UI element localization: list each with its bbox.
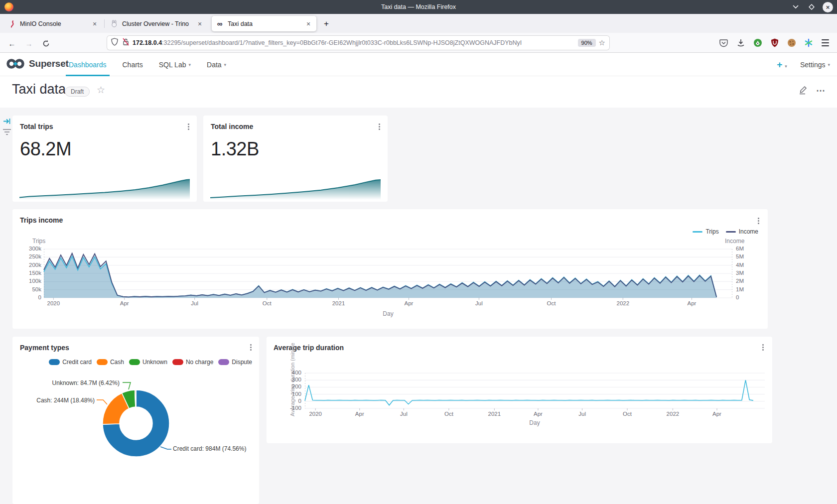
y-tick-label: 400 — [279, 370, 301, 376]
y-tick-label: 0 — [736, 294, 758, 300]
tab-close-icon[interactable]: × — [304, 20, 312, 28]
nav-item-data[interactable]: Data▾ — [199, 53, 234, 76]
chart-legend[interactable]: Credit cardCashUnknownNo chargeDispute — [49, 359, 252, 366]
window-titlebar: Taxi data — Mozilla Firefox × — [0, 0, 837, 14]
reload-icon[interactable] — [40, 37, 52, 49]
trino-favicon — [110, 20, 118, 28]
chart-card-avg-trip-duration[interactable]: Average trip duration Average trinp dura… — [267, 337, 772, 443]
big-number-value: 68.2M — [20, 138, 71, 160]
chart-card-payment-types[interactable]: Payment types Credit cardCashUnknownNo c… — [12, 337, 259, 504]
x-tick-label: Jul — [578, 411, 586, 417]
nav-item-dashboards[interactable]: Dashboards — [61, 53, 115, 76]
big-number-value: 1.32B — [211, 138, 259, 160]
legend-color-chip — [97, 359, 108, 365]
pocket-icon[interactable] — [719, 38, 728, 48]
tab-close-icon[interactable]: × — [91, 20, 99, 28]
more-vertical-icon[interactable] — [249, 343, 253, 352]
url-bar[interactable]: 172.18.0.4:32295/superset/dashboard/1/?n… — [107, 36, 609, 50]
payment-types-donut-chart[interactable] — [12, 370, 259, 489]
expand-filter-bar-icon[interactable] — [3, 118, 11, 127]
x-tick-label: 2020 — [309, 411, 322, 417]
avg-trip-duration-chart[interactable] — [305, 369, 765, 408]
x-tick-label: Apr — [688, 300, 697, 306]
draft-badge: Draft — [65, 87, 90, 97]
y-tick-label: 300 — [279, 377, 301, 382]
superset-logo[interactable]: Superset — [6, 58, 69, 70]
legend-color-chip — [218, 359, 229, 365]
x-tick-label: Jul — [191, 300, 198, 306]
sparkline-chart[interactable] — [19, 176, 190, 200]
back-icon[interactable]: ← — [6, 37, 18, 49]
chevron-down-icon: ▾ — [785, 64, 787, 69]
x-tick-label: Apr — [534, 411, 543, 417]
x-axis-title: Day — [383, 310, 393, 317]
more-vertical-icon[interactable] — [756, 216, 761, 226]
chart-legend[interactable]: TripsIncome — [693, 228, 758, 235]
new-item-button[interactable]: +▾ — [777, 59, 787, 70]
window-close-icon[interactable]: × — [823, 2, 833, 12]
nav-label: Charts — [123, 61, 143, 69]
bookmark-star-icon[interactable]: ☆ — [599, 38, 605, 47]
legend-item[interactable]: Trips — [693, 228, 718, 235]
chart-card-total-trips[interactable]: Total trips 68.2M — [12, 116, 197, 202]
y-tick-label: 150k — [19, 270, 41, 276]
y-tick-label: 5M — [736, 253, 758, 259]
chevron-down-icon: ▾ — [188, 62, 191, 67]
window-maximize-icon[interactable] — [807, 2, 817, 12]
url-text[interactable]: 172.18.0.4:32295/superset/dashboard/1/?n… — [133, 39, 575, 46]
menu-icon[interactable] — [821, 38, 830, 48]
legend-item[interactable]: Unknown — [129, 359, 167, 366]
more-vertical-icon[interactable] — [761, 343, 765, 352]
insecure-lock-icon[interactable] — [122, 38, 130, 48]
legend-item[interactable]: No charge — [172, 359, 213, 366]
y-tick-label: 100 — [279, 391, 301, 397]
trips-income-chart[interactable] — [44, 249, 732, 298]
privacy-badger-icon[interactable] — [753, 38, 762, 48]
sparkline-chart[interactable] — [210, 176, 381, 200]
chart-card-total-income[interactable]: Total income 1.32B — [203, 116, 388, 202]
filter-icon[interactable] — [2, 128, 11, 137]
nav-item-charts[interactable]: Charts — [115, 53, 151, 76]
chart-card-trips-income[interactable]: Trips income TripsIncome Trips Income Da… — [12, 209, 768, 329]
tab-close-icon[interactable]: × — [196, 20, 204, 28]
tab-label: Cluster Overview - Trino — [122, 20, 191, 27]
x-tick-label: Apr — [120, 300, 129, 306]
y-axis-title-right: Income — [725, 238, 744, 245]
tab-taxi-data-active[interactable]: ∞ Taxi data × — [212, 16, 316, 31]
chart-title: Trips income — [20, 216, 63, 224]
zoom-level-badge[interactable]: 90% — [578, 39, 596, 47]
legend-color-chip — [49, 359, 60, 365]
legend-item[interactable]: Credit card — [49, 359, 92, 366]
y-tick-label: 200 — [279, 383, 301, 389]
cookie-icon[interactable] — [787, 38, 796, 48]
y-tick-label: 2M — [736, 278, 758, 284]
new-tab-button[interactable]: + — [320, 18, 332, 30]
legend-item[interactable]: Cash — [97, 359, 124, 366]
tab-minio-console[interactable]: MinIO Console × — [4, 16, 103, 31]
window-minimize-icon[interactable] — [791, 2, 801, 12]
forward-icon[interactable]: → — [23, 37, 35, 49]
download-icon[interactable] — [736, 38, 745, 48]
window-title: Taxi data — Mozilla Firefox — [0, 3, 837, 10]
multi-account-asterisk-icon[interactable] — [804, 38, 813, 48]
nav-item-sql-lab[interactable]: SQL Lab▾ — [151, 53, 199, 76]
favorite-star-icon[interactable]: ☆ — [97, 84, 105, 96]
edit-icon[interactable] — [798, 84, 808, 97]
ublock-icon[interactable] — [770, 38, 779, 48]
legend-label: Trips — [705, 228, 718, 235]
shield-icon[interactable] — [111, 38, 118, 48]
y-tick-label: 100k — [19, 278, 41, 284]
legend-item[interactable]: Income — [726, 228, 758, 235]
settings-menu[interactable]: Settings▾ — [800, 53, 830, 76]
y-tick-label: 200k — [19, 262, 41, 268]
more-vertical-icon[interactable] — [377, 122, 382, 131]
url-path: :32295/superset/dashboard/1/?native_filt… — [162, 39, 522, 46]
nav-label: SQL Lab — [159, 61, 186, 69]
y-tick-label: 50k — [19, 286, 41, 292]
legend-item[interactable]: Dispute — [218, 359, 252, 366]
legend-line-swatch — [693, 231, 702, 233]
more-vertical-icon[interactable] — [186, 122, 191, 131]
tab-trino[interactable]: Cluster Overview - Trino × — [106, 16, 208, 31]
more-icon[interactable]: ⋯ — [816, 85, 826, 96]
y-tick-label: 6M — [736, 246, 758, 252]
